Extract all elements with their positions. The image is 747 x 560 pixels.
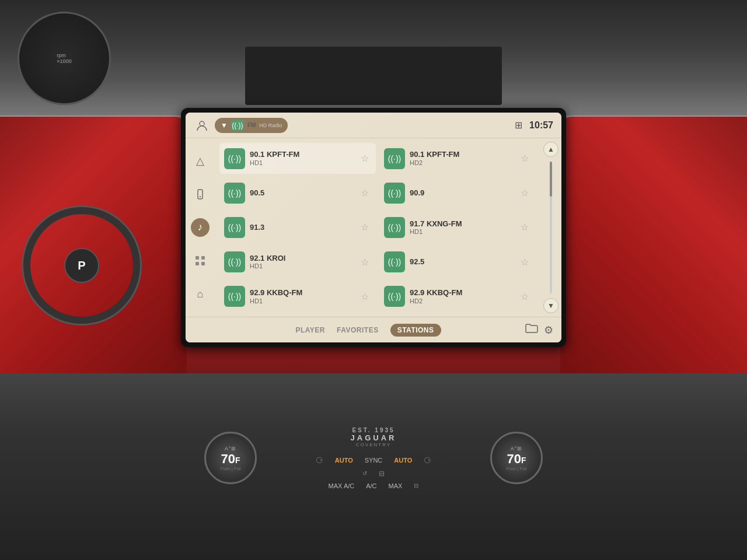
signal-waves-icon: ((·)) [228,292,242,301]
screen-content: △ ♪ [186,138,561,317]
infotainment-screen: ▼ ((·)) FM HD Radio ⊞ 10:57 [186,113,561,342]
station-item[interactable]: ((·)) 92.5 ☆ [379,247,536,278]
signal-waves-icon: ((·)) [388,188,402,198]
ac-label[interactable]: A/C [366,482,376,489]
station-signal-btn[interactable]: ((·)) [384,183,405,204]
nav-icon[interactable]: △ [191,152,210,170]
station-signal-btn[interactable]: ((·)) [384,286,405,307]
climate-controls: A°⊞ 70F Push↓| Pull EST. 1935 JAGUAR COV… [204,414,543,502]
svg-rect-4 [201,256,205,260]
station-item[interactable]: ((·)) 92.9 KKBQ-FM HD2 ☆ [379,281,536,312]
footer-tabs: PLAYER FAVORITES STATIONS [295,324,441,337]
right-temp-label: A°⊞ [507,446,527,452]
settings-icon[interactable]: ⚙ [544,324,553,337]
phone-icon[interactable] [191,185,210,204]
station-freq: 90.1 KPFT-FM [250,150,354,159]
station-item[interactable]: ((·)) 91.7 KXNG-FM HD1 ☆ [379,212,536,243]
scrollbar-thumb[interactable] [550,162,552,197]
station-signal-btn[interactable]: ((·)) [224,148,245,169]
chevron-down-icon: ▼ [221,121,228,130]
rear-fan-icon[interactable]: ⚆ [424,456,431,465]
dashboard-bottom: A°⊞ 70F Push↓| Pull EST. 1935 JAGUAR COV… [0,373,747,560]
folder-icon[interactable] [525,323,538,337]
max-heat-label[interactable]: MAX [389,482,403,489]
fm-badge: FM [247,122,256,128]
station-item[interactable]: ((·)) 90.1 KPFT-FM HD1 ☆ [219,143,376,174]
station-item[interactable]: ((·)) 90.9 ☆ [379,177,536,208]
svg-point-0 [200,121,204,126]
music-icon[interactable]: ♪ [191,218,210,237]
scroll-up-button[interactable]: ▲ [543,142,558,157]
header-right: ⊞ 10:57 [515,120,553,131]
climate-row-2: ↺ ⊟ [362,470,385,478]
favorite-star-btn[interactable]: ☆ [358,256,371,268]
station-item[interactable]: ((·)) 92.9 KKBQ-FM HD1 ☆ [219,281,376,312]
climate-row-3: MAX A/C A/C MAX ⊟ [329,482,419,489]
signal-waves-icon: ((·)) [228,223,242,232]
favorite-star-btn[interactable]: ☆ [358,290,371,303]
climate-center: EST. 1935 JAGUAR COVENTRY ⚆ AUTO SYNC AU… [257,427,490,489]
left-temp-sub: Push↓| Pull [221,467,241,471]
tab-player[interactable]: PLAYER [295,326,325,334]
station-signal-btn[interactable]: ((·)) [224,183,245,204]
jaguar-name: JAGUAR [351,433,397,442]
signal-waves-icon: ((·)) [228,257,242,267]
station-signal-btn[interactable]: ((·)) [384,217,405,238]
right-temp-knob[interactable]: A°⊞ 70F Push↓| Pull [490,432,543,484]
favorite-star-btn[interactable]: ☆ [518,187,531,200]
favorite-star-btn[interactable]: ☆ [518,152,531,165]
station-freq: 91.7 KXNG-FM [410,219,514,229]
rear-defrost-icon[interactable]: ⊟ [414,482,418,489]
station-info: 92.5 [410,257,514,267]
station-item[interactable]: ((·)) 90.1 KPFT-FM HD2 ☆ [379,143,536,174]
station-signal-btn[interactable]: ((·)) [384,148,405,169]
sidebar-left: △ ♪ [186,138,215,317]
scroll-down-button[interactable]: ▼ [543,298,558,313]
station-sub: HD2 [410,298,514,305]
station-signal-btn[interactable]: ((·)) [224,217,245,238]
screen-footer: PLAYER FAVORITES STATIONS ⚙ [186,317,561,342]
left-temp-label: A°⊞ [221,446,241,452]
station-item[interactable]: ((·)) 91.3 ☆ [219,212,376,243]
favorite-star-btn[interactable]: ☆ [518,290,531,303]
station-freq: 92.1 KROI [250,254,354,263]
footer-icons: ⚙ [525,323,553,337]
station-freq: 92.5 [410,257,514,267]
jaguar-logo: EST. 1935 [351,427,397,433]
station-signal-btn[interactable]: ((·)) [224,286,245,307]
station-item[interactable]: ((·)) 92.1 KROI HD1 ☆ [219,247,376,278]
station-sub: HD1 [250,159,354,167]
home-icon[interactable]: ⌂ [191,285,210,303]
screen-bezel: ▼ ((·)) FM HD Radio ⊞ 10:57 [181,108,566,347]
favorite-star-btn[interactable]: ☆ [518,221,531,234]
favorite-star-btn[interactable]: ☆ [358,152,371,165]
tab-favorites[interactable]: FAVORITES [337,326,379,334]
svg-rect-6 [201,262,205,265]
station-info: 90.5 [250,188,354,198]
station-info: 92.9 KKBQ-FM HD2 [410,288,514,305]
station-info: 90.1 KPFT-FM HD2 [410,150,514,167]
user-icon[interactable] [194,117,210,134]
heat-seat-icon[interactable]: ⊟ [379,470,385,478]
tab-stations[interactable]: STATIONS [390,324,441,337]
station-item[interactable]: ((·)) 90.5 ☆ [219,177,376,208]
climate-mode2-label: AUTO [394,457,412,464]
recirculate-icon[interactable]: ↺ [362,470,367,477]
favorite-star-btn[interactable]: ☆ [358,187,371,200]
signal-waves-icon: ((·)) [388,154,402,163]
left-temp-knob[interactable]: A°⊞ 70F Push↓| Pull [204,432,257,484]
station-grid: ((·)) 90.1 KPFT-FM HD1 ☆ ((·)) [215,138,540,317]
climate-sync-label: SYNC [365,457,383,464]
station-info: 91.3 [250,223,354,232]
station-signal-btn[interactable]: ((·)) [224,251,245,272]
apps-icon[interactable] [191,251,210,270]
max-ac-label[interactable]: MAX A/C [329,482,355,489]
favorite-star-btn[interactable]: ☆ [518,256,531,268]
favorite-star-btn[interactable]: ☆ [358,221,371,234]
svg-rect-1 [198,190,203,199]
source-selector[interactable]: ▼ ((·)) FM HD Radio [215,118,288,133]
grid-view-icon[interactable]: ⊞ [515,120,522,131]
station-sub: HD1 [410,228,514,236]
fan-icon[interactable]: ⚆ [316,456,323,465]
station-signal-btn[interactable]: ((·)) [384,251,405,272]
